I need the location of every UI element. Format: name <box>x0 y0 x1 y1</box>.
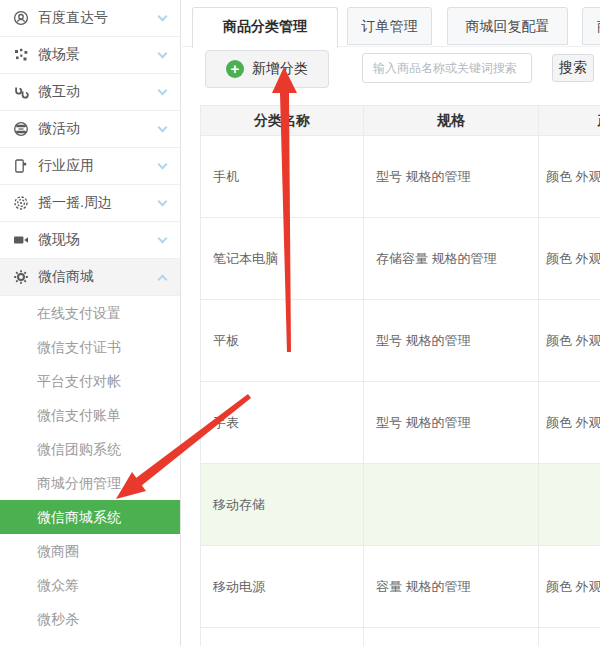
table-row: 手表型号 规格的管理颜色 外观的管理 <box>201 382 600 464</box>
tab-bar: 商品分类管理订单管理商城回复配置商品管理 <box>182 0 600 47</box>
table-row: 平板型号 规格的管理颜色 外观的管理 <box>201 300 600 382</box>
header-category-name: 分类名称 <box>201 106 364 136</box>
cell-attr: 颜色 外观的管理 <box>539 382 600 464</box>
sidebar-subitem-mall-commission-mgmt[interactable]: 商城分佣管理 <box>0 466 180 500</box>
sidebar-subitem-wechat-pay-bill[interactable]: 微信支付账单 <box>0 398 180 432</box>
category-table-wrap: 分类名称 规格 产品属性 手机型号 规格的管理颜色 外观的管理笔记本电脑存储容量… <box>200 105 600 646</box>
header-attr: 产品属性 <box>539 106 600 136</box>
cell-attr: 颜色 外观的管理 <box>539 218 600 300</box>
cell-name: 平板 <box>201 300 364 382</box>
tab-mall-reply-config[interactable]: 商城回复配置 <box>447 7 568 45</box>
cell-name: 手表 <box>201 382 364 464</box>
search-input[interactable] <box>362 53 532 83</box>
cell-spec: 容量 规格的管理 <box>364 546 539 628</box>
search-button[interactable]: 搜索 <box>552 54 594 82</box>
sidebar-item-wei-scene[interactable]: 微场景 <box>0 37 180 74</box>
table-row: 手机型号 规格的管理颜色 外观的管理 <box>201 136 600 218</box>
cell-spec <box>364 628 539 646</box>
sidebar-item-wei-live[interactable]: 微现场 <box>0 222 180 259</box>
sidebar-subitem-wechat-mall-system[interactable]: 微信商城系统 <box>0 500 180 534</box>
tab-order-mgmt[interactable]: 订单管理 <box>347 7 432 45</box>
cell-name <box>201 628 364 646</box>
sidebar-item-label: 微互动 <box>38 83 159 101</box>
sidebar-menu: 百度直达号微场景微互动微活动行业应用摇一摇.周边微现场微信商城 <box>0 0 180 296</box>
user-circle-icon <box>13 10 30 27</box>
tablet-icon <box>13 158 30 175</box>
sidebar-item-label: 微现场 <box>38 231 159 249</box>
table-header-row: 分类名称 规格 产品属性 <box>201 106 600 136</box>
gear-icon <box>13 269 30 286</box>
cell-name: 移动存储 <box>201 464 364 546</box>
cell-attr: 颜色 外观的管理 <box>539 546 600 628</box>
sidebar: 百度直达号微场景微互动微活动行业应用摇一摇.周边微现场微信商城 在线支付设置微信… <box>0 0 181 646</box>
sidebar-subitem-wechat-pay-cert[interactable]: 微信支付证书 <box>0 330 180 364</box>
sidebar-item-baidu-zhida[interactable]: 百度直达号 <box>0 0 180 37</box>
cell-spec: 型号 规格的管理 <box>364 136 539 218</box>
toolbar: + 新增分类 搜索 <box>182 47 600 105</box>
sidebar-item-label: 百度直达号 <box>38 9 159 27</box>
main-content: 商品分类管理订单管理商城回复配置商品管理 + 新增分类 搜索 分类名称 规格 产… <box>182 0 600 646</box>
plus-circle-icon: + <box>226 60 244 78</box>
sidebar-item-label: 微场景 <box>38 46 159 64</box>
chevron-down-icon <box>158 11 168 21</box>
table-row: 笔记本电脑存储容量 规格的管理颜色 外观的管理 <box>201 218 600 300</box>
fingerprint-icon <box>13 195 30 212</box>
sidebar-item-label: 微信商城 <box>38 268 159 286</box>
table-row: 移动存储 <box>201 464 600 546</box>
sidebar-submenu: 在线支付设置微信支付证书平台支付对帐微信支付账单微信团购系统商城分佣管理微信商城… <box>0 296 180 636</box>
sidebar-item-wei-interact[interactable]: 微互动 <box>0 74 180 111</box>
add-category-label: 新增分类 <box>252 60 308 78</box>
tab-product-mgmt[interactable]: 商品管理 <box>582 7 600 45</box>
sidebar-item-wei-activity[interactable]: 微活动 <box>0 111 180 148</box>
chevron-down-icon <box>158 196 168 206</box>
video-camera-icon <box>13 232 30 249</box>
sidebar-item-wechat-mall[interactable]: 微信商城 <box>0 259 180 296</box>
cell-name: 笔记本电脑 <box>201 218 364 300</box>
sidebar-subitem-wechat-groupbuy-system[interactable]: 微信团购系统 <box>0 432 180 466</box>
sidebar-item-industry-app[interactable]: 行业应用 <box>0 148 180 185</box>
sidebar-subitem-wei-seckill[interactable]: 微秒杀 <box>0 602 180 636</box>
add-category-button[interactable]: + 新增分类 <box>205 50 329 88</box>
cell-spec <box>364 464 539 546</box>
table-row <box>201 628 600 646</box>
cell-name: 移动电源 <box>201 546 364 628</box>
sidebar-item-label: 行业应用 <box>38 157 159 175</box>
sidebar-subitem-online-pay-settings[interactable]: 在线支付设置 <box>0 296 180 330</box>
cell-attr: 颜色 外观的管理 <box>539 300 600 382</box>
chevron-down-icon <box>158 159 168 169</box>
chevron-down-icon <box>158 233 168 243</box>
cell-spec: 存储容量 规格的管理 <box>364 218 539 300</box>
sidebar-subitem-wei-shangquan[interactable]: 微商圈 <box>0 534 180 568</box>
cell-attr <box>539 464 600 546</box>
sidebar-item-label: 微活动 <box>38 120 159 138</box>
chevron-up-icon <box>158 274 168 284</box>
chevron-down-icon <box>158 85 168 95</box>
table-row: 移动电源容量 规格的管理颜色 外观的管理 <box>201 546 600 628</box>
cell-attr <box>539 628 600 646</box>
chevron-down-icon <box>158 48 168 58</box>
tab-product-category-mgmt[interactable]: 商品分类管理 <box>192 7 338 48</box>
cell-spec: 型号 规格的管理 <box>364 300 539 382</box>
header-spec: 规格 <box>364 106 539 136</box>
category-table: 分类名称 规格 产品属性 手机型号 规格的管理颜色 外观的管理笔记本电脑存储容量… <box>200 105 600 646</box>
cell-attr: 颜色 外观的管理 <box>539 136 600 218</box>
quote-commas-icon <box>13 84 30 101</box>
cell-name: 手机 <box>201 136 364 218</box>
globe-stripe-icon <box>13 121 30 138</box>
chevron-down-icon <box>158 122 168 132</box>
sidebar-subitem-platform-pay-reconcile[interactable]: 平台支付对帐 <box>0 364 180 398</box>
cell-spec: 型号 规格的管理 <box>364 382 539 464</box>
sidebar-item-label: 摇一摇.周边 <box>38 194 159 212</box>
sidebar-item-shake-around[interactable]: 摇一摇.周边 <box>0 185 180 222</box>
sidebar-subitem-wei-crowdfund[interactable]: 微众筹 <box>0 568 180 602</box>
dot-cluster-icon <box>13 47 30 64</box>
